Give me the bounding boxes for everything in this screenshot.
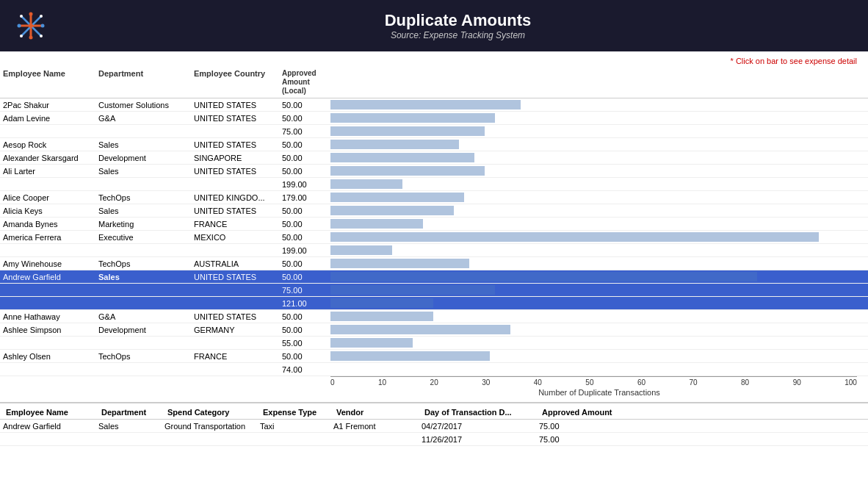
department-cell: Sales: [95, 272, 191, 282]
department-cell: Development: [95, 325, 191, 335]
bar[interactable]: [330, 245, 392, 255]
detail-section: Employee Name Department Spend Category …: [0, 402, 868, 446]
employee-name-cell: [0, 303, 95, 304]
bar[interactable]: [330, 126, 485, 136]
bar-cell[interactable]: [330, 218, 868, 230]
table-row[interactable]: 75.00: [0, 284, 868, 297]
table-row[interactable]: 121.00: [0, 297, 868, 310]
bar-cell[interactable]: [330, 245, 868, 256]
employee-name-cell: [0, 369, 95, 370]
employee-name-cell: Ashlee Simpson: [0, 325, 95, 335]
country-cell: [191, 303, 279, 304]
table-row[interactable]: Aesop RockSalesUNITED STATES50.00: [0, 138, 868, 151]
detail-cell-date: 04/27/2017: [419, 421, 536, 431]
employee-name-cell: [0, 290, 95, 291]
bar-cell[interactable]: [330, 112, 868, 124]
table-row[interactable]: 2Pac ShakurCustomer SolutionsUNITED STAT…: [0, 98, 868, 112]
bar-cell[interactable]: [330, 298, 868, 309]
bar[interactable]: [330, 140, 459, 149]
bar[interactable]: [330, 113, 495, 123]
bar-cell[interactable]: [330, 271, 868, 283]
table-row[interactable]: 55.00: [0, 337, 868, 350]
table-row[interactable]: Adam LevineG&AUNITED STATES50.00: [0, 112, 868, 125]
bar-cell[interactable]: [330, 179, 868, 190]
x-axis-label: 80: [741, 378, 749, 387]
employee-name-cell: [0, 184, 95, 185]
bar[interactable]: [330, 100, 521, 109]
bar-cell[interactable]: [330, 152, 868, 164]
department-cell: Customer Solutions: [95, 100, 191, 110]
bar-cell[interactable]: [330, 231, 868, 243]
table-row[interactable]: Amanda BynesMarketingFRANCE50.00: [0, 218, 868, 231]
amount-cell: 50.00: [279, 232, 330, 242]
bar[interactable]: [330, 232, 819, 242]
amount-cell: 50.00: [279, 219, 330, 229]
table-row[interactable]: Alicia KeysSalesUNITED STATES50.00: [0, 204, 868, 218]
employee-name-cell: Alicia Keys: [0, 206, 95, 216]
table-row[interactable]: Ali LarterSalesUNITED STATES50.00: [0, 165, 868, 178]
bar-cell[interactable]: [330, 165, 868, 177]
bar[interactable]: [330, 166, 485, 176]
department-cell: [95, 342, 191, 344]
table-row[interactable]: Andrew GarfieldSalesUNITED STATES50.00: [0, 270, 868, 284]
amount-cell: 50.00: [279, 351, 330, 362]
bar-cell[interactable]: [330, 324, 868, 336]
country-cell: [191, 290, 279, 291]
detail-cell-vendor: A1 Fremont: [330, 421, 419, 431]
country-cell: SINGAPORE: [191, 153, 279, 163]
department-cell: Sales: [95, 166, 191, 176]
main-content: * Click on bar to see expense detail Emp…: [0, 51, 868, 446]
bar[interactable]: [330, 179, 402, 189]
bar[interactable]: [330, 153, 474, 162]
bar[interactable]: [330, 312, 433, 321]
employee-name-cell: Anne Hathaway: [0, 312, 95, 322]
dh-department: Department: [98, 407, 164, 417]
country-cell: MEXICO: [191, 232, 279, 242]
bar[interactable]: [330, 285, 495, 295]
svg-point-9: [20, 15, 23, 18]
table-row[interactable]: Alice CooperTechOpsUNITED KINGDO...179.0…: [0, 191, 868, 204]
table-row[interactable]: Amy WinehouseTechOpsAUSTRALIA50.00: [0, 257, 868, 270]
amount-cell: 50.00: [279, 140, 330, 150]
department-cell: Executive: [95, 232, 191, 242]
bar-cell[interactable]: [330, 311, 868, 323]
table-row[interactable]: Alexander SkarsgardDevelopmentSINGAPORE5…: [0, 151, 868, 165]
amount-cell: 50.00: [279, 153, 330, 163]
employee-name-cell: Andrew Garfield: [0, 272, 95, 282]
bar[interactable]: [330, 219, 423, 229]
amount-cell: 50.00: [279, 272, 330, 282]
bar-cell[interactable]: [330, 99, 868, 111]
amount-cell: 179.00: [279, 193, 330, 203]
detail-cell-amount: 75.00: [536, 434, 624, 445]
table-row[interactable]: 199.00: [0, 178, 868, 191]
bar-cell[interactable]: [330, 205, 868, 217]
bar[interactable]: [330, 193, 464, 202]
bar-cell[interactable]: [330, 364, 868, 376]
table-row[interactable]: 75.00: [0, 125, 868, 138]
bar[interactable]: [330, 206, 454, 215]
department-cell: G&A: [95, 312, 191, 322]
bar-cell[interactable]: [330, 126, 868, 137]
table-row[interactable]: 74.00: [0, 363, 868, 376]
bar-cell[interactable]: [330, 337, 868, 349]
employee-name-cell: [0, 131, 95, 132]
bar[interactable]: [330, 259, 469, 268]
table-row[interactable]: Anne HathawayG&AUNITED STATES50.00: [0, 310, 868, 323]
employee-name-cell: [0, 342, 95, 344]
bar[interactable]: [330, 351, 490, 361]
table-row[interactable]: 199.00: [0, 244, 868, 257]
bar[interactable]: [330, 298, 433, 308]
bar[interactable]: [330, 272, 757, 281]
bar-cell[interactable]: [330, 258, 868, 270]
bar[interactable]: [330, 325, 510, 334]
bar-cell[interactable]: [330, 351, 868, 362]
bar[interactable]: [330, 338, 413, 348]
bar-cell[interactable]: [330, 139, 868, 151]
country-cell: UNITED STATES: [191, 272, 279, 282]
bar-cell[interactable]: [330, 284, 868, 296]
bar-cell[interactable]: [330, 192, 868, 204]
table-row[interactable]: Ashlee SimpsonDevelopmentGERMANY50.00: [0, 323, 868, 337]
table-row[interactable]: Ashley OlsenTechOpsFRANCE50.00: [0, 350, 868, 363]
table-row[interactable]: America FerreraExecutiveMEXICO50.00: [0, 231, 868, 244]
detail-row: Andrew GarfieldSalesGround Transportatio…: [0, 420, 868, 433]
